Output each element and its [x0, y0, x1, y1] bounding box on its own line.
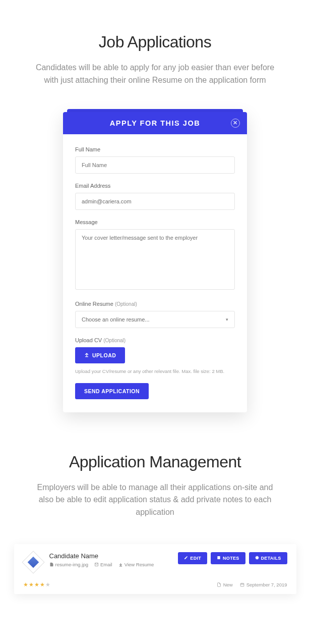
- candidate-avatar: [22, 551, 44, 573]
- upload-label-text: Upload CV: [75, 337, 102, 343]
- details-button-label: DETAILS: [261, 556, 281, 561]
- application-row-bottom: ★ ★ ★ ★ ★ New September 7, 2019: [23, 581, 287, 588]
- notes-icon: [217, 556, 221, 561]
- apply-header-title: APPLY FOR THIS JOB: [110, 119, 200, 127]
- section-title-management: Application Management: [0, 453, 310, 471]
- avatar-logo-icon: [27, 557, 39, 568]
- file-icon: [49, 562, 54, 567]
- calendar-icon: [240, 582, 244, 587]
- star-icon: ★: [23, 581, 28, 588]
- star-icon: ★: [34, 581, 39, 588]
- application-actions: EDIT NOTES DETAILS: [178, 552, 287, 564]
- resume-optional: (Optional): [115, 301, 137, 307]
- envelope-icon: [94, 562, 99, 567]
- edit-button[interactable]: EDIT: [178, 552, 207, 564]
- file-icon: [217, 582, 221, 587]
- apply-body: Full Name Email Address Message Online R…: [63, 134, 247, 412]
- fullname-input[interactable]: [75, 156, 235, 174]
- upload-hint: Upload your CV/resume or any other relev…: [75, 368, 235, 374]
- application-date-text: September 7, 2019: [246, 582, 287, 587]
- resume-select[interactable]: Choose an online resume... ▾: [75, 311, 235, 328]
- email-input[interactable]: [75, 193, 235, 210]
- candidate-meta: resume-img.jpg Email View Resume: [49, 562, 154, 567]
- send-application-label: SEND APPLICATION: [84, 388, 140, 394]
- resume-select-value: Choose an online resume...: [82, 316, 150, 323]
- meta-email[interactable]: Email: [94, 562, 112, 567]
- resume-label: Online Resume (Optional): [75, 301, 235, 307]
- details-button[interactable]: DETAILS: [249, 552, 287, 564]
- apply-header: APPLY FOR THIS JOB ✕: [63, 112, 247, 134]
- meta-resume-file[interactable]: resume-img.jpg: [49, 562, 88, 567]
- message-label: Message: [75, 219, 235, 225]
- application-date: September 7, 2019: [240, 582, 287, 587]
- svg-rect-0: [217, 556, 220, 559]
- candidate-info: Candidate Name resume-img.jpg Email View…: [49, 552, 154, 567]
- email-label: Email Address: [75, 183, 235, 189]
- meta-view-resume[interactable]: View Resume: [118, 562, 154, 567]
- pencil-icon: [184, 556, 188, 561]
- star-empty-icon: ★: [45, 581, 50, 588]
- svg-rect-2: [240, 583, 244, 586]
- section-title-applications: Job Applications: [0, 33, 310, 51]
- chevron-down-icon: ▾: [226, 317, 228, 322]
- fullname-label: Full Name: [75, 146, 235, 152]
- meta-resume-file-text: resume-img.jpg: [55, 562, 88, 567]
- section-desc-applications: Candidates will be able to apply for any…: [19, 62, 291, 87]
- close-icon[interactable]: ✕: [231, 119, 240, 128]
- download-icon: [118, 562, 123, 567]
- star-icon: ★: [29, 581, 34, 588]
- candidate-name: Candidate Name: [49, 552, 154, 560]
- send-application-button[interactable]: SEND APPLICATION: [75, 383, 149, 399]
- application-row-top: Candidate Name resume-img.jpg Email View…: [23, 552, 287, 570]
- notes-button[interactable]: NOTES: [211, 552, 245, 564]
- meta-view-resume-text: View Resume: [125, 562, 154, 567]
- message-textarea[interactable]: [75, 229, 235, 290]
- upload-button[interactable]: UPLOAD: [75, 347, 125, 363]
- application-row-status: New September 7, 2019: [217, 582, 287, 587]
- status-badge: New: [217, 582, 233, 587]
- edit-button-label: EDIT: [190, 556, 201, 561]
- resume-label-text: Online Resume: [75, 301, 113, 307]
- upload-button-label: UPLOAD: [92, 352, 116, 358]
- upload-icon: [84, 352, 89, 358]
- rating-stars[interactable]: ★ ★ ★ ★ ★: [23, 581, 50, 588]
- apply-card: APPLY FOR THIS JOB ✕ Full Name Email Add…: [63, 112, 247, 412]
- upload-label: Upload CV (Optional): [75, 337, 235, 343]
- upload-optional: (Optional): [103, 338, 126, 343]
- application-row-left: Candidate Name resume-img.jpg Email View…: [23, 552, 154, 570]
- section-desc-management: Employers will be able to manage all the…: [19, 481, 291, 519]
- notes-button-label: NOTES: [223, 556, 239, 561]
- apply-card-stack: APPLY FOR THIS JOB ✕ Full Name Email Add…: [63, 112, 247, 412]
- meta-email-text: Email: [100, 562, 112, 567]
- star-icon: ★: [40, 581, 45, 588]
- status-text: New: [223, 582, 233, 587]
- gear-icon: [255, 556, 259, 561]
- application-row: Candidate Name resume-img.jpg Email View…: [14, 544, 296, 594]
